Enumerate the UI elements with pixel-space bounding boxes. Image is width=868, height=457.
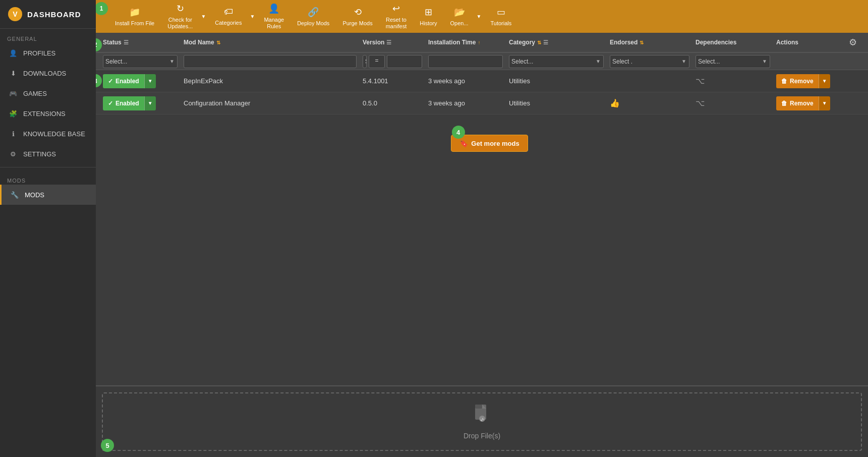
logo-text: DASHBOARD <box>27 10 81 19</box>
sidebar-item-label-games: GAMES <box>23 90 47 97</box>
installtime-col-label: Installation Time <box>428 39 476 46</box>
status-filter-dropdown[interactable]: Select... <box>103 57 167 66</box>
row2-enabled-button[interactable]: ✓ Enabled <box>103 96 144 110</box>
history-button[interactable]: ⊞ History <box>414 0 443 33</box>
reset-manifest-label: Reset tomanifest <box>386 17 407 30</box>
endorsed-sort-icon[interactable]: ⇅ <box>640 40 644 45</box>
sidebar-item-profiles[interactable]: 👤 PROFILES <box>0 43 96 63</box>
categories-button[interactable]: 🏷 Categories <box>209 0 248 33</box>
row2-enabled-label: Enabled <box>115 100 139 107</box>
tutorials-icon: ▭ <box>497 7 505 18</box>
filter-cell-modname <box>181 53 360 70</box>
endorsed-filter-dropdown[interactable]: Select . <box>610 57 679 66</box>
row1-enabled-label: Enabled <box>115 78 139 85</box>
row2-remove-button[interactable]: 🗑 Remove <box>776 96 819 110</box>
open-button[interactable]: 📂 Open... <box>444 0 475 33</box>
sidebar-item-mods[interactable]: 🔧 MODS <box>0 185 96 205</box>
sidebar-item-downloads[interactable]: ⬇ DOWNLOADS <box>0 63 96 83</box>
get-more-mods-icon: 🔖 <box>459 139 468 147</box>
row2-dependency-icon[interactable]: ⌥ <box>696 98 705 108</box>
row1-enabled-group: ✓ Enabled ▼ <box>103 74 156 88</box>
row1-installtime: 3 weeks ago <box>428 77 465 85</box>
row2-enabled-dropdown[interactable]: ▼ <box>144 96 156 110</box>
manage-rules-icon: 👤 <box>268 3 279 14</box>
sidebar-item-label-extensions: EXTENSIONS <box>23 110 66 118</box>
tutorials-label: Tutorials <box>490 20 511 27</box>
deploy-mods-button[interactable]: 🔗 Deploy Mods <box>291 0 335 33</box>
get-more-mods-section: 4 🔖 Get more mods <box>96 115 868 172</box>
row1-remove-button[interactable]: 🗑 Remove <box>776 74 819 88</box>
check-updates-dropdown-arrow[interactable]: ▼ <box>199 0 208 33</box>
row1-version-cell: 5.4.1001 <box>360 75 425 87</box>
row1-settings-cell <box>844 79 864 83</box>
row1-enabled-dropdown[interactable]: ▼ <box>144 74 156 88</box>
col-header-modname: Mod Name ⇅ <box>181 37 360 48</box>
filter-row: Select... ▼ Select... ▼ = <box>96 53 868 70</box>
version-filter-value-input[interactable] <box>387 55 422 68</box>
sidebar-item-settings[interactable]: ⚙ SETTINGS <box>0 144 96 164</box>
install-from-file-button[interactable]: 📁 Install From File <box>109 0 160 33</box>
col-header-status: Status ☰ <box>100 37 181 48</box>
badge-3: 3 <box>96 74 102 87</box>
row1-installtime-cell: 3 weeks ago <box>425 75 506 87</box>
category-sort-icon[interactable]: ⇅ <box>537 40 541 45</box>
tutorials-button[interactable]: ▭ Tutorials <box>484 0 517 33</box>
status-col-filter-icon[interactable]: ☰ <box>124 39 129 46</box>
row1-enabled-button[interactable]: ✓ Enabled <box>103 74 144 88</box>
endorsed-filter-arrow: ▼ <box>679 59 689 64</box>
installtime-sort-icon[interactable]: ↑ <box>478 40 480 45</box>
drop-file-icon <box>472 404 492 428</box>
open-group: 📂 Open... ▼ <box>444 0 484 33</box>
row2-version-cell: 0.5.0 <box>360 97 425 109</box>
drop-zone[interactable]: Drop File(s) <box>102 392 862 451</box>
filter-cell-actions <box>773 60 844 63</box>
table-settings-gear-button[interactable]: ⚙ <box>847 35 859 50</box>
sidebar-item-games[interactable]: 🎮 GAMES <box>0 83 96 103</box>
col-header-dependencies: Dependencies <box>692 37 773 48</box>
general-section-label: GENERAL <box>0 32 96 43</box>
version-filter-dropdown[interactable]: Select... <box>363 57 367 66</box>
purge-mods-button[interactable]: ⟲ Purge Mods <box>336 0 378 33</box>
sidebar-item-label-downloads: DOWNLOADS <box>23 70 66 77</box>
actions-col-label: Actions <box>776 39 798 46</box>
dependencies-filter-select[interactable]: Select... ▼ <box>696 55 770 68</box>
row1-dependencies-cell: ⌥ <box>692 74 773 88</box>
endorsed-col-label: Endorsed <box>610 39 638 46</box>
badge-4-container: 4 <box>452 126 465 139</box>
endorsed-filter-select[interactable]: Select . ▼ <box>610 55 689 68</box>
row1-remove-label: Remove <box>790 78 814 85</box>
get-more-mods-label: Get more mods <box>471 140 519 147</box>
col-header-version: Version ☰ <box>360 37 425 48</box>
version-filter-select[interactable]: Select... ▼ <box>363 55 367 68</box>
installtime-filter-input[interactable] <box>428 55 503 68</box>
categories-dropdown-arrow[interactable]: ▼ <box>248 0 257 33</box>
col-header-actions: Actions <box>773 37 844 48</box>
drop-zone-wrapper: 5 Drop File(s) <box>96 385 868 457</box>
row2-installtime: 3 weeks ago <box>428 99 465 107</box>
check-for-updates-button[interactable]: ↻ Check forUpdates... <box>161 0 199 33</box>
category-col-filter-icon[interactable]: ☰ <box>543 39 548 46</box>
row1-dependency-icon[interactable]: ⌥ <box>696 76 705 86</box>
row2-endorsed-cell: 👍 <box>607 96 692 110</box>
row2-remove-dropdown[interactable]: ▼ <box>819 96 830 110</box>
modname-sort-icon[interactable]: ⇅ <box>216 40 220 45</box>
category-filter-select[interactable]: Select... ▼ <box>509 55 604 68</box>
manage-rules-button[interactable]: 👤 ManageRules <box>258 0 290 33</box>
categories-icon: 🏷 <box>224 7 233 17</box>
filter-cell-dependencies: Select... ▼ <box>692 53 773 70</box>
version-col-filter-icon[interactable]: ☰ <box>386 39 391 46</box>
sidebar-item-knowledge-base[interactable]: ℹ KNOWLEDGE BASE <box>0 124 96 144</box>
open-dropdown-arrow[interactable]: ▼ <box>475 0 484 33</box>
sidebar-item-extensions[interactable]: 🧩 EXTENSIONS <box>0 103 96 124</box>
row2-category-cell: Utilities <box>506 97 607 109</box>
status-filter-select[interactable]: Select... ▼ <box>103 55 178 68</box>
row1-remove-dropdown[interactable]: ▼ <box>819 74 830 88</box>
row2-enabled-group: ✓ Enabled ▼ <box>103 96 156 110</box>
reset-to-manifest-button[interactable]: ↩ Reset tomanifest <box>380 0 413 33</box>
history-label: History <box>420 20 437 27</box>
category-filter-dropdown[interactable]: Select... <box>509 57 593 66</box>
category-filter-arrow: ▼ <box>593 59 603 64</box>
row2-thumbsup-icon[interactable]: 👍 <box>610 98 620 108</box>
dependencies-filter-dropdown[interactable]: Select... <box>696 57 760 66</box>
modname-filter-input[interactable] <box>184 55 357 68</box>
